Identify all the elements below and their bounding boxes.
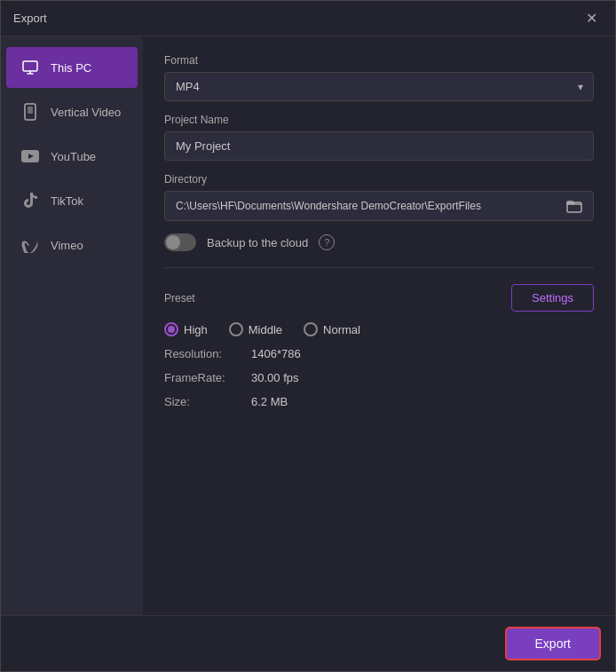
preset-label: Preset [164,292,195,304]
radio-normal[interactable]: Normal [304,322,360,336]
svg-rect-0 [23,61,37,71]
preset-section: Preset Settings High Middle [164,284,594,408]
bottom-bar: Export [1,615,615,671]
directory-label: Directory [164,173,594,186]
sidebar-item-vertical-video-label: Vertical Video [51,106,121,119]
sidebar-item-youtube[interactable]: YouTube [6,136,138,177]
radio-normal-label: Normal [323,323,360,336]
radio-dot-high [168,326,175,333]
radio-circle-high [164,322,178,336]
toggle-thumb [166,235,180,249]
help-icon[interactable]: ? [319,234,335,250]
export-button[interactable]: Export [505,627,601,660]
radio-circle-normal [304,322,318,336]
browse-button[interactable] [566,199,582,213]
content-area: This PC Vertical Video [1,36,615,615]
format-field: Format MP4 MOV AVI ▾ [164,54,594,101]
close-button[interactable]: ✕ [580,8,603,28]
sidebar: This PC Vertical Video [1,36,143,615]
sidebar-item-tiktok[interactable]: TikTok [6,180,138,221]
backup-row: Backup to the cloud ? [164,233,594,251]
sidebar-item-youtube-label: YouTube [51,150,96,163]
framerate-row: FrameRate: 30.00 fps [164,371,594,384]
directory-field: Directory C:\Users\HF\Documents\Wondersh… [164,173,594,221]
radio-high[interactable]: High [164,322,208,336]
export-window: Export ✕ This PC [0,0,616,672]
format-select[interactable]: MP4 MOV AVI [164,72,594,101]
preset-radio-group: High Middle Normal [164,322,594,336]
pc-icon [20,58,40,77]
title-bar: Export ✕ [1,1,615,36]
backup-label: Backup to the cloud [207,236,308,249]
framerate-key: FrameRate: [164,371,244,384]
vimeo-icon [20,235,40,255]
sidebar-item-vimeo-label: Vimeo [51,239,83,252]
divider [164,267,594,268]
sidebar-item-this-pc-label: This PC [51,61,91,75]
format-label: Format [164,54,594,67]
main-panel: Format MP4 MOV AVI ▾ Project Name Direct… [143,36,615,615]
svg-rect-2 [28,107,33,114]
settings-button[interactable]: Settings [511,284,594,312]
radio-circle-middle [229,322,243,336]
resolution-key: Resolution: [164,347,244,360]
resolution-value: 1406*786 [251,347,301,360]
project-name-label: Project Name [164,114,594,126]
size-value: 6.2 MB [251,395,288,408]
directory-wrap: C:\Users\HF\Documents\Wondershare DemoCr… [164,191,594,221]
size-key: Size: [164,395,244,408]
sidebar-item-vimeo[interactable]: Vimeo [6,225,138,265]
preset-header: Preset Settings [164,284,594,312]
radio-middle-label: Middle [249,323,282,336]
vertical-video-icon [20,102,40,122]
format-select-wrap: MP4 MOV AVI ▾ [164,72,594,101]
framerate-value: 30.00 fps [251,371,299,384]
youtube-icon [20,146,40,166]
backup-toggle[interactable] [164,233,196,251]
sidebar-item-this-pc[interactable]: This PC [6,47,138,88]
directory-value: C:\Users\HF\Documents\Wondershare DemoCr… [176,200,559,212]
resolution-row: Resolution: 1406*786 [164,347,594,360]
radio-high-label: High [184,323,208,336]
radio-middle[interactable]: Middle [229,322,282,336]
project-name-input[interactable] [164,131,594,161]
window-title: Export [13,12,47,25]
project-name-field: Project Name [164,114,594,161]
size-row: Size: 6.2 MB [164,395,594,408]
tiktok-icon [20,191,40,210]
sidebar-item-tiktok-label: TikTok [51,194,83,208]
sidebar-item-vertical-video[interactable]: Vertical Video [6,91,138,132]
